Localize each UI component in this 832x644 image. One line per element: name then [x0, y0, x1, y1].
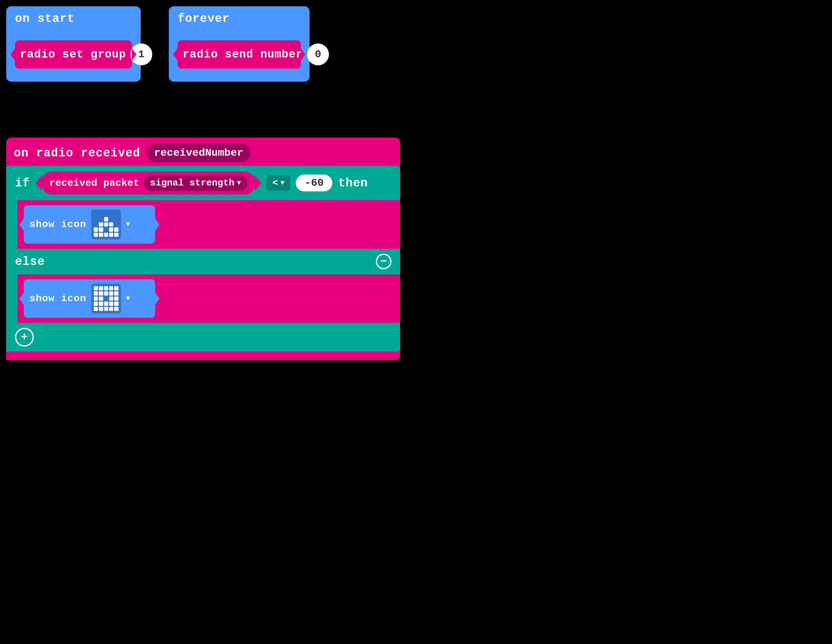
show-icon-else-label: show icon: [29, 293, 86, 304]
forever-hat[interactable]: forever: [169, 6, 310, 30]
on-start-label: on start: [15, 12, 74, 25]
condition-left-label: received packet: [50, 177, 139, 189]
signal-dropdown-arrow: ▼: [237, 179, 241, 187]
condition-value-oval[interactable]: -60: [296, 175, 332, 191]
else-label: else: [15, 255, 45, 268]
signal-strength-label: signal strength: [150, 178, 235, 188]
received-number-pill[interactable]: receivedNumber: [147, 144, 251, 162]
condition-value: -60: [304, 177, 323, 189]
operator-label: <: [272, 178, 278, 188]
radio-send-number-block[interactable]: radio send number 0: [178, 40, 301, 69]
forever-block: forever radio send number 0: [169, 6, 310, 82]
operator-dropdown[interactable]: < ▼: [267, 175, 290, 191]
radio-set-group-block[interactable]: radio set group 1: [15, 40, 132, 69]
chevron-right-icon: [255, 175, 261, 191]
show-icon-then-block[interactable]: show icon: [24, 205, 155, 244]
operator-arrow: ▼: [280, 179, 285, 187]
icon-grid-else[interactable]: [91, 284, 121, 313]
remove-else-button[interactable]: −: [376, 254, 392, 269]
radio-send-number-label: radio send number: [182, 48, 302, 61]
radio-set-group-label: radio set group: [20, 48, 126, 61]
on-radio-hat[interactable]: on radio received receivedNumber: [6, 138, 400, 166]
then-label: then: [338, 176, 368, 190]
radio-send-number-value[interactable]: 0: [307, 43, 329, 66]
if-label: if: [15, 176, 30, 190]
add-branch-button[interactable]: +: [15, 328, 34, 346]
icon-else-dropdown-arrow[interactable]: ▼: [126, 295, 130, 303]
on-start-hat[interactable]: on start: [6, 6, 141, 30]
radio-set-group-value[interactable]: 1: [130, 43, 152, 66]
signal-strength-dropdown[interactable]: signal strength ▼: [144, 175, 247, 191]
icon-then-dropdown-arrow[interactable]: ▼: [126, 221, 130, 228]
on-radio-received-block: on radio received receivedNumber if rece…: [6, 138, 400, 360]
show-icon-then-label: show icon: [29, 219, 86, 230]
on-radio-label: on radio received: [14, 146, 141, 160]
chevron-left-icon: [36, 175, 42, 191]
main-canvas: on start radio set group 1 forever radio…: [0, 0, 832, 644]
show-icon-else-block[interactable]: show icon: [24, 279, 155, 318]
forever-label: forever: [178, 12, 230, 25]
icon-grid-then[interactable]: [91, 210, 121, 239]
on-start-block: on start radio set group 1: [6, 6, 141, 82]
